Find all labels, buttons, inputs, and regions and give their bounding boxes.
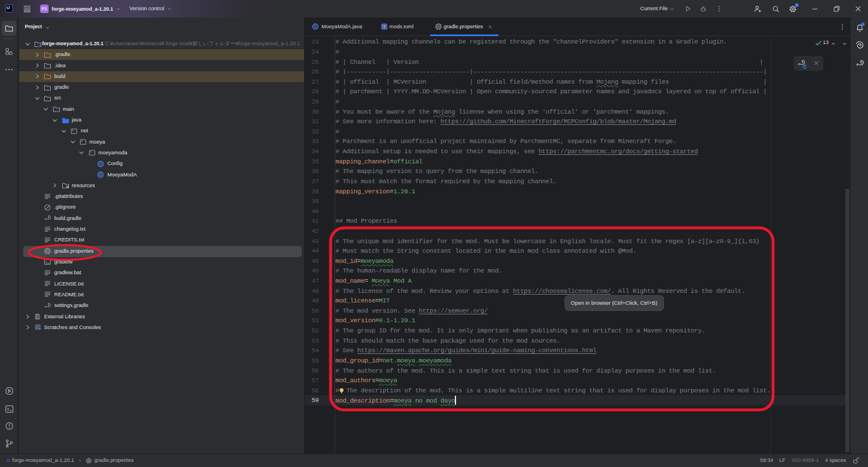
svg-text:C: C <box>314 24 316 28</box>
svg-text:T: T <box>383 24 386 29</box>
svg-text:C: C <box>99 173 102 177</box>
svg-text:C: C <box>99 162 102 166</box>
